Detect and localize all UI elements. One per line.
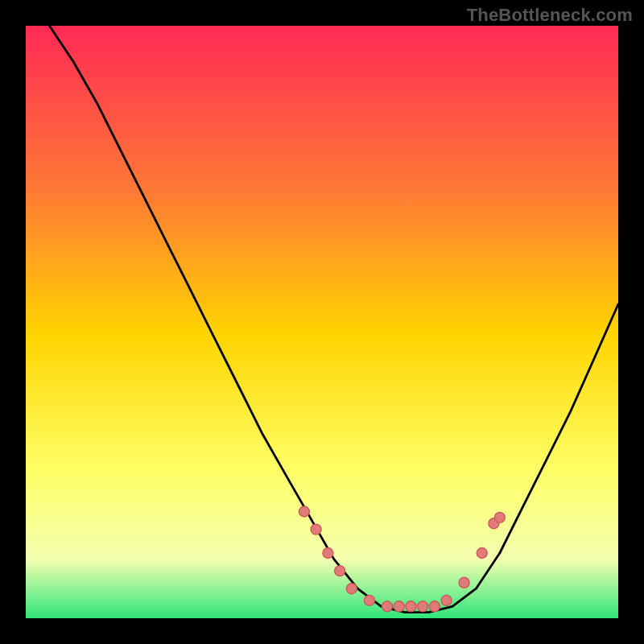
watermark-text: TheBottleneck.com	[467, 5, 633, 26]
gradient-background	[26, 26, 618, 618]
data-point	[429, 601, 440, 612]
data-point	[394, 601, 404, 612]
data-point	[311, 524, 321, 535]
data-point	[441, 595, 452, 605]
data-point	[459, 577, 469, 588]
data-point	[335, 566, 345, 576]
data-point	[494, 512, 505, 522]
plot-area	[26, 26, 618, 618]
data-point	[406, 601, 416, 612]
chart-container: TheBottleneck.com	[0, 0, 644, 644]
data-point	[346, 584, 357, 594]
data-point	[299, 506, 309, 517]
data-point	[323, 548, 333, 559]
data-point	[477, 548, 487, 559]
chart-svg	[26, 26, 618, 618]
data-point	[418, 601, 428, 612]
data-point	[364, 595, 374, 605]
data-point	[382, 601, 393, 612]
